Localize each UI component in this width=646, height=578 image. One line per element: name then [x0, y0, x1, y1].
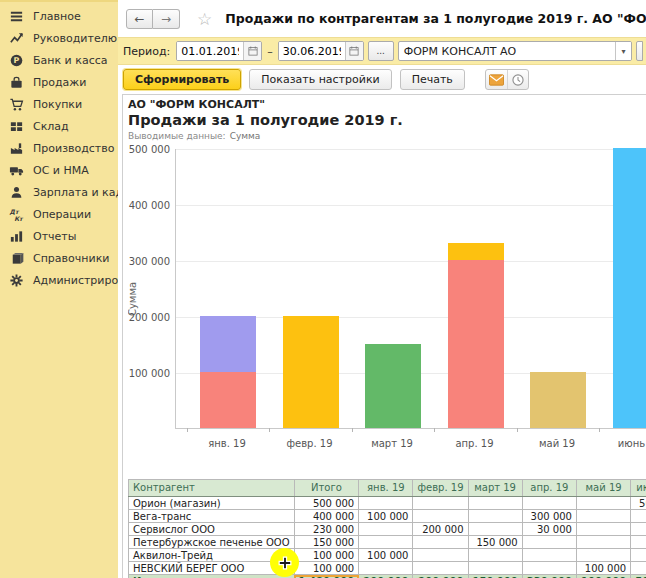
- value-cell[interactable]: [359, 562, 413, 575]
- favorite-star-icon[interactable]: ☆: [197, 9, 212, 29]
- value-cell[interactable]: 500 000: [294, 497, 359, 510]
- bar-segment-апр. 19-Вега-транс[interactable]: [448, 260, 504, 428]
- value-cell[interactable]: 300 000: [522, 510, 576, 523]
- calendar-icon[interactable]: [243, 42, 261, 60]
- value-cell[interactable]: 150 000: [294, 536, 359, 549]
- value-cell[interactable]: [631, 523, 646, 536]
- value-cell[interactable]: [522, 549, 576, 562]
- value-cell[interactable]: 100 000: [359, 549, 413, 562]
- value-cell[interactable]: [359, 497, 413, 510]
- sidebar-item-glavnoe[interactable]: Главное: [0, 5, 118, 27]
- mail-icon[interactable]: [486, 70, 507, 89]
- value-cell[interactable]: [631, 549, 646, 562]
- bar-segment-янв. 19-Аквилон-Трейд[interactable]: [200, 316, 256, 372]
- value-cell[interactable]: [522, 562, 576, 575]
- value-cell[interactable]: [359, 536, 413, 549]
- contractor-cell[interactable]: Петербуржское печенье ООО: [129, 536, 295, 549]
- value-cell[interactable]: [468, 497, 522, 510]
- value-cell[interactable]: 200 000: [413, 523, 468, 536]
- sidebar-item-prodazhi[interactable]: Продажи: [0, 71, 118, 93]
- value-cell[interactable]: 100 000: [576, 562, 630, 575]
- column-header[interactable]: июнь 19: [631, 480, 646, 497]
- value-cell[interactable]: [631, 536, 646, 549]
- date-to-input[interactable]: [279, 42, 345, 60]
- value-cell[interactable]: 500 000: [631, 497, 646, 510]
- value-cell[interactable]: [468, 523, 522, 536]
- date-from-input[interactable]: [177, 42, 243, 60]
- sidebar-item-os-i-nma[interactable]: ОС и НМА: [0, 159, 118, 181]
- sidebar-item-proizvodstvo[interactable]: Производство: [0, 137, 118, 159]
- contractor-cell[interactable]: Орион (магазин): [129, 497, 295, 510]
- value-cell[interactable]: [522, 536, 576, 549]
- value-cell[interactable]: [359, 523, 413, 536]
- clipped-edge-button[interactable]: [636, 41, 643, 61]
- contractor-cell[interactable]: Сервислог ООО: [129, 523, 295, 536]
- sidebar-item-sklad[interactable]: Склад: [0, 115, 118, 137]
- print-button[interactable]: Печать: [400, 69, 465, 90]
- value-cell[interactable]: 30 000: [522, 523, 576, 536]
- value-cell[interactable]: [576, 497, 630, 510]
- bar-segment-июнь 19-Орион (магазин)[interactable]: [613, 148, 646, 428]
- value-cell[interactable]: 100 000: [294, 549, 359, 562]
- value-cell[interactable]: [631, 510, 646, 523]
- back-button[interactable]: ←: [126, 9, 153, 29]
- column-header[interactable]: май 19: [576, 480, 630, 497]
- combo-dropdown-icon[interactable]: ▾: [615, 42, 631, 60]
- period-choice-button[interactable]: ...: [368, 41, 394, 61]
- show-settings-button[interactable]: Показать настройки: [249, 69, 391, 90]
- value-cell[interactable]: [576, 549, 630, 562]
- column-header[interactable]: янв. 19: [359, 480, 413, 497]
- bar-segment-февр. 19-Сервислог ООО[interactable]: [283, 316, 339, 428]
- value-cell[interactable]: [576, 523, 630, 536]
- totals-value-cell[interactable]: 500 000: [631, 575, 646, 578]
- value-cell[interactable]: 400 000: [294, 510, 359, 523]
- totals-value-cell[interactable]: 100 000: [576, 575, 630, 578]
- column-header[interactable]: март 19: [468, 480, 522, 497]
- organization-value[interactable]: ФОРМ КОНСАЛТ АО: [399, 42, 615, 60]
- totals-label-cell[interactable]: Итого: [129, 575, 295, 578]
- sidebar-item-otchety[interactable]: Отчеты: [0, 225, 118, 247]
- sidebar-item-bank-i-kassa[interactable]: PБанк и касса: [0, 49, 118, 71]
- column-header[interactable]: февр. 19: [413, 480, 468, 497]
- calendar-icon[interactable]: [345, 42, 363, 60]
- value-cell[interactable]: 230 000: [294, 523, 359, 536]
- value-cell[interactable]: [413, 510, 468, 523]
- sidebar-item-administrirovanie[interactable]: Администрирование: [0, 269, 118, 291]
- value-cell[interactable]: [468, 549, 522, 562]
- totals-value-cell[interactable]: 200 000: [359, 575, 413, 578]
- clock-icon[interactable]: [507, 70, 528, 89]
- totals-value-cell[interactable]: 330 000: [522, 575, 576, 578]
- bar-segment-май 19-НЕВСКИЙ БЕРЕГ ООО[interactable]: [530, 372, 586, 428]
- value-cell[interactable]: [413, 536, 468, 549]
- column-header[interactable]: Контрагент: [129, 480, 295, 497]
- sidebar-item-spravochniki[interactable]: Справочники: [0, 247, 118, 269]
- sidebar-item-zarplata-i-kadry[interactable]: Зарплата и кадры: [0, 181, 118, 203]
- value-cell[interactable]: [413, 562, 468, 575]
- value-cell[interactable]: [576, 510, 630, 523]
- value-cell[interactable]: [413, 497, 468, 510]
- column-header[interactable]: Итого: [294, 480, 359, 497]
- value-cell[interactable]: [631, 562, 646, 575]
- value-cell[interactable]: [576, 536, 630, 549]
- totals-value-cell[interactable]: 200 000: [413, 575, 468, 578]
- contractor-cell[interactable]: Вега-транс: [129, 510, 295, 523]
- value-cell[interactable]: [413, 549, 468, 562]
- value-cell[interactable]: 150 000: [468, 536, 522, 549]
- value-cell[interactable]: [468, 510, 522, 523]
- value-cell[interactable]: 100 000: [294, 562, 359, 575]
- sidebar-item-operacii[interactable]: ДтКтОперации: [0, 203, 118, 225]
- value-cell[interactable]: 100 000: [359, 510, 413, 523]
- sidebar-item-pokupki[interactable]: Покупки: [0, 93, 118, 115]
- forward-button[interactable]: →: [153, 9, 180, 29]
- generate-button[interactable]: Сформировать: [123, 69, 241, 90]
- grand-total-cell[interactable]: 1 480 000: [294, 575, 359, 578]
- value-cell[interactable]: [522, 497, 576, 510]
- sidebar-item-rukovoditelyu[interactable]: Руководителю: [0, 27, 118, 49]
- bar-segment-март 19-Петербуржское печенье ООО[interactable]: [365, 344, 421, 428]
- bar-segment-янв. 19-Вега-транс[interactable]: [200, 372, 256, 428]
- value-cell[interactable]: [468, 562, 522, 575]
- column-header[interactable]: апр. 19: [522, 480, 576, 497]
- totals-value-cell[interactable]: 150 000: [468, 575, 522, 578]
- dtkt-icon: ДтКт: [8, 206, 24, 222]
- bar-segment-апр. 19-Сервислог ООО[interactable]: [448, 243, 504, 260]
